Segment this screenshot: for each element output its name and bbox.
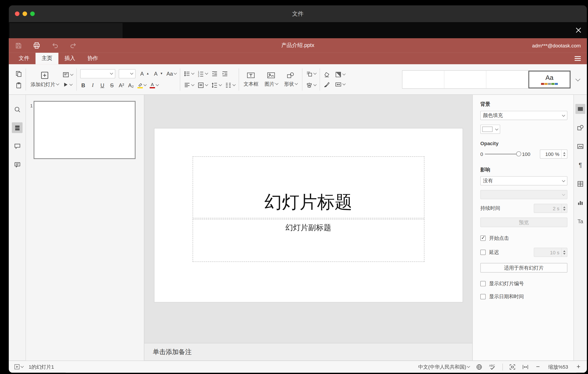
line-spacing-icon[interactable] — [211, 82, 221, 88]
bold-button[interactable]: B — [80, 82, 86, 88]
menu-icon[interactable] — [575, 56, 581, 61]
change-case-button[interactable]: Aa — [167, 70, 177, 77]
background-fill-select[interactable]: 颜色填充 — [480, 111, 567, 120]
increase-indent-icon[interactable] — [221, 70, 228, 77]
vertical-align-icon[interactable] — [198, 82, 208, 88]
chart-settings-icon[interactable] — [576, 198, 585, 208]
spellcheck-icon[interactable]: ABC — [489, 363, 496, 371]
slide-settings-icon[interactable] — [576, 104, 585, 114]
effect-select[interactable]: 没有 — [480, 176, 567, 186]
show-datetime-checkbox[interactable] — [480, 294, 486, 299]
paste-icon[interactable] — [15, 82, 22, 88]
shape-settings-icon[interactable] — [576, 123, 585, 133]
zoom-in-button[interactable]: + — [576, 363, 581, 370]
bullets-icon[interactable] — [184, 70, 194, 77]
apply-to-all-button[interactable]: 适用于所有幻灯片 — [480, 263, 567, 273]
toolbar-separator — [319, 68, 320, 90]
theme-item-selected[interactable]: Aa — [528, 70, 570, 88]
opacity-slider[interactable] — [485, 151, 520, 157]
paragraph-settings-icon[interactable]: ¶ — [576, 160, 585, 170]
opacity-slider-knob[interactable] — [516, 152, 521, 156]
tab-home[interactable]: 主页 — [35, 53, 59, 64]
font-name-combo[interactable] — [80, 69, 115, 78]
undo-icon[interactable] — [51, 42, 59, 49]
user-account[interactable]: adm***@dootask.com — [532, 43, 581, 49]
notes-area[interactable]: 单击添加备注 — [144, 343, 472, 361]
comments-icon[interactable] — [12, 141, 22, 152]
underline-button[interactable]: U — [99, 82, 105, 88]
start-slideshow-icon[interactable] — [62, 81, 73, 88]
image-settings-icon[interactable] — [576, 141, 585, 151]
textart-settings-icon[interactable]: Ta — [576, 216, 585, 226]
tab-insert[interactable]: 插入 — [58, 53, 81, 64]
globe-icon[interactable] — [476, 363, 483, 370]
columns-icon[interactable] — [225, 82, 235, 88]
table-settings-icon[interactable] — [576, 179, 585, 189]
italic-button[interactable]: I — [90, 82, 96, 88]
font-color-button[interactable]: A — [150, 82, 158, 88]
search-icon[interactable] — [12, 104, 22, 115]
subtitle-placeholder[interactable]: 幻灯片副标题 — [192, 219, 424, 262]
opacity-spinner[interactable]: 100 % — [540, 149, 567, 159]
theme-item[interactable] — [486, 70, 528, 88]
zoom-level[interactable]: 缩放%53 — [547, 363, 569, 370]
align-shapes-icon[interactable] — [306, 82, 316, 88]
superscript-button[interactable]: A² — [118, 82, 125, 88]
color-scheme-icon[interactable] — [335, 71, 345, 78]
highlight-color-button[interactable] — [137, 82, 146, 88]
zoom-window-button[interactable] — [30, 11, 35, 16]
preview-button[interactable]: 预览 — [480, 217, 567, 227]
slide-canvas[interactable]: 幻灯片标题 幻灯片副标题 — [144, 95, 472, 343]
add-slide-button[interactable]: 添加幻灯片 — [30, 64, 60, 94]
save-icon[interactable] — [15, 42, 22, 49]
minimize-window-button[interactable] — [22, 11, 27, 16]
start-on-click-label: 开始点击 — [489, 235, 509, 242]
delay-spinner[interactable]: 10 s — [534, 248, 567, 257]
zoom-out-button[interactable]: − — [535, 363, 541, 370]
close-icon[interactable] — [574, 26, 583, 35]
clear-style-icon[interactable] — [324, 71, 330, 78]
numbering-icon[interactable]: 123 — [198, 70, 208, 77]
toolbar-separator — [26, 68, 26, 90]
copy-icon[interactable] — [15, 70, 22, 77]
opacity-min: 0 — [480, 151, 483, 157]
decrease-font-icon[interactable]: A▼ — [153, 70, 163, 77]
subscript-button[interactable]: A₂ — [128, 82, 134, 88]
increase-font-icon[interactable]: A▲ — [139, 70, 149, 77]
strikethrough-button[interactable]: S — [109, 82, 115, 88]
chat-icon[interactable] — [12, 159, 22, 170]
effect-type-select[interactable] — [480, 190, 567, 199]
slide-editing-area[interactable]: 幻灯片标题 幻灯片副标题 — [154, 128, 462, 302]
theme-item[interactable] — [402, 70, 444, 88]
show-slide-number-checkbox[interactable] — [480, 281, 486, 286]
start-on-click-checkbox[interactable] — [480, 236, 486, 241]
copy-style-icon[interactable] — [324, 81, 330, 88]
slide-thumbnail[interactable] — [33, 101, 135, 159]
arrange-shapes-icon[interactable] — [306, 70, 316, 77]
slide-layout-icon[interactable] — [62, 71, 73, 78]
insert-textbox-button[interactable]: 文本框 — [242, 64, 260, 94]
fit-slide-icon[interactable] — [509, 363, 516, 370]
fit-width-icon[interactable] — [522, 363, 529, 370]
slide-size-icon[interactable] — [335, 81, 345, 88]
insert-image-button[interactable]: 图片 — [263, 64, 279, 94]
language-selector[interactable]: 中文(中华人民共和国) — [418, 363, 470, 370]
delay-checkbox[interactable] — [480, 250, 486, 255]
font-size-combo[interactable] — [119, 69, 136, 78]
insert-shape-button[interactable]: 形状 — [283, 64, 298, 94]
print-icon[interactable] — [33, 42, 41, 49]
slides-panel-icon[interactable] — [12, 122, 22, 133]
start-slideshow-status-icon[interactable] — [14, 364, 23, 370]
theme-item[interactable] — [444, 70, 486, 88]
theme-gallery-expand-icon[interactable] — [572, 70, 583, 88]
tab-collaboration[interactable]: 协作 — [81, 53, 104, 64]
title-placeholder[interactable]: 幻灯片标题 — [192, 156, 424, 218]
effect-label: 影响 — [480, 166, 567, 173]
tab-file[interactable]: 文件 — [12, 53, 35, 64]
close-window-button[interactable] — [15, 11, 20, 16]
decrease-indent-icon[interactable] — [211, 70, 218, 77]
horizontal-align-icon[interactable] — [184, 82, 194, 88]
background-color-picker[interactable] — [480, 125, 500, 134]
redo-icon[interactable] — [70, 42, 77, 49]
duration-spinner[interactable]: 2 s — [534, 204, 567, 213]
